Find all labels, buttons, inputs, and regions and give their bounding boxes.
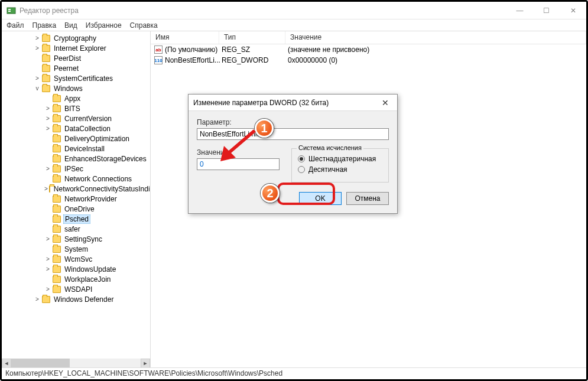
tree-item[interactable]: vWindows [2, 83, 150, 93]
cell-type: REG_DWORD [222, 56, 288, 64]
minimize-button[interactable]: — [506, 2, 533, 19]
registry-tree[interactable]: >Cryptography>Internet ExplorerPeerDistP… [2, 31, 150, 357]
ok-button[interactable]: OK [299, 192, 342, 205]
expand-icon[interactable]: v [34, 85, 41, 92]
menu-favorites[interactable]: Избранное [86, 21, 122, 30]
scroll-right-button[interactable]: ► [141, 359, 150, 368]
folder-icon [49, 185, 50, 193]
maximize-button[interactable]: ☐ [533, 2, 560, 19]
tree-item[interactable]: >Cryptography [2, 33, 150, 43]
radio-hex[interactable]: Шестнадцатеричная [298, 155, 382, 163]
tree-item[interactable]: DeliveryOptimization [2, 133, 150, 144]
tree-item[interactable]: >Windows Defender [2, 294, 150, 304]
tree-item[interactable]: DeviceInstall [2, 144, 150, 154]
expand-icon[interactable]: > [44, 185, 48, 192]
menu-help[interactable]: Справка [130, 21, 158, 30]
tree-item[interactable]: NetworkProvider [2, 194, 150, 204]
folder-icon [42, 296, 50, 303]
horizontal-scrollbar[interactable]: ◄ ► [2, 359, 150, 368]
tree-item[interactable]: EnhancedStorageDevices [2, 154, 150, 164]
expand-icon[interactable]: > [44, 286, 51, 292]
window-title: Редактор реестра [20, 6, 506, 15]
value-input[interactable] [197, 158, 280, 170]
tree-item-label: EnhancedStorageDevices [63, 155, 148, 163]
expand-icon[interactable]: > [44, 115, 51, 122]
value-type-icon: 110 [154, 56, 163, 64]
tree-item[interactable]: Psched [2, 214, 150, 224]
list-header[interactable]: Имя Тип Значение [151, 31, 586, 44]
expand-icon[interactable]: > [34, 296, 41, 302]
tree-item[interactable]: >Internet Explorer [2, 43, 150, 53]
tree-item-label: Psched [63, 214, 90, 224]
scroll-track[interactable] [11, 359, 141, 368]
tree-item-label: SettingSync [63, 235, 103, 243]
dialog-close-button[interactable]: ✕ [378, 98, 392, 108]
cell-value: (значение не присвоено) [288, 45, 369, 54]
tree-item[interactable]: OneDrive [2, 204, 150, 214]
expand-icon[interactable]: > [44, 125, 51, 132]
tree-item[interactable]: >NetworkConnectivityStatusIndicator [2, 184, 150, 194]
svg-rect-1 [8, 9, 11, 10]
tree-item-label: WindowsUpdate [63, 265, 117, 273]
tree-item[interactable]: PeerDist [2, 53, 150, 63]
tree-item-label: SystemCertificates [53, 74, 114, 83]
tree-item[interactable]: >WcmSvc [2, 254, 150, 264]
edit-dword-dialog: Изменение параметра DWORD (32 бита) ✕ Па… [188, 94, 398, 214]
expand-icon[interactable]: > [44, 236, 51, 242]
folder-icon [53, 95, 61, 102]
cancel-button[interactable]: Отмена [346, 192, 389, 205]
tree-item[interactable]: WorkplaceJoin [2, 274, 150, 284]
expand-icon[interactable]: > [44, 165, 51, 172]
value-type-icon: ab [154, 45, 163, 54]
dialog-titlebar[interactable]: Изменение параметра DWORD (32 бита) ✕ [189, 95, 397, 111]
close-button[interactable]: ✕ [560, 2, 586, 19]
expand-icon[interactable]: > [34, 45, 41, 51]
tree-item-label: DataCollection [63, 125, 112, 133]
tree-item[interactable]: >BITS [2, 103, 150, 113]
menu-edit[interactable]: Правка [33, 21, 57, 30]
tree-item[interactable]: >IPSec [2, 164, 150, 174]
col-value[interactable]: Значение [285, 31, 586, 44]
menu-file[interactable]: Файл [7, 21, 24, 30]
tree-item[interactable]: safer [2, 224, 150, 234]
tree-item[interactable]: >WindowsUpdate [2, 264, 150, 274]
base-fieldset: Система исчисления Шестнадцатеричная Дес… [291, 148, 389, 183]
folder-icon [53, 105, 61, 112]
tree-item[interactable]: >SettingSync [2, 234, 150, 244]
values-list[interactable]: ab(По умолчанию)REG_SZ(значение не присв… [151, 44, 586, 66]
expand-icon[interactable]: > [34, 75, 41, 82]
menu-view[interactable]: Вид [64, 21, 77, 30]
folder-icon [53, 196, 61, 203]
list-row[interactable]: ab(По умолчанию)REG_SZ(значение не присв… [151, 44, 586, 55]
col-type[interactable]: Тип [219, 31, 285, 44]
scroll-left-button[interactable]: ◄ [2, 359, 11, 368]
col-name[interactable]: Имя [151, 31, 219, 44]
tree-item[interactable]: Appx [2, 93, 150, 103]
expand-icon[interactable]: > [44, 266, 51, 272]
tree-item[interactable]: >WSDAPI [2, 284, 150, 294]
tree-item-label: Windows [53, 84, 84, 93]
folder-icon [53, 286, 61, 293]
cell-name: (По умолчанию) [165, 45, 222, 54]
tree-item-label: DeviceInstall [63, 145, 106, 153]
menubar: Файл Правка Вид Избранное Справка [2, 19, 586, 31]
scroll-thumb[interactable] [11, 359, 70, 368]
folder-icon [42, 35, 50, 42]
tree-item[interactable]: >DataCollection [2, 123, 150, 133]
list-row[interactable]: 110NonBestEffortLi...REG_DWORD0x00000000… [151, 55, 586, 66]
cell-value: 0x00000000 (0) [288, 56, 337, 64]
expand-icon[interactable]: > [34, 35, 41, 41]
tree-item-label: WcmSvc [63, 255, 93, 263]
tree-item[interactable]: >SystemCertificates [2, 73, 150, 83]
tree-item[interactable]: Network Connections [2, 174, 150, 184]
dialog-title-text: Изменение параметра DWORD (32 бита) [193, 99, 378, 107]
expand-icon[interactable]: > [44, 256, 51, 262]
tree-item[interactable]: >CurrentVersion [2, 113, 150, 123]
tree-item[interactable]: Peernet [2, 63, 150, 73]
expand-icon[interactable]: > [44, 105, 51, 112]
tree-item[interactable]: System [2, 244, 150, 254]
annotation-callout-2: 2 [261, 184, 280, 203]
titlebar: Редактор реестра — ☐ ✕ [2, 2, 586, 19]
radio-dec[interactable]: Десятичная [298, 165, 382, 174]
tree-item-label: NetworkProvider [63, 195, 118, 203]
